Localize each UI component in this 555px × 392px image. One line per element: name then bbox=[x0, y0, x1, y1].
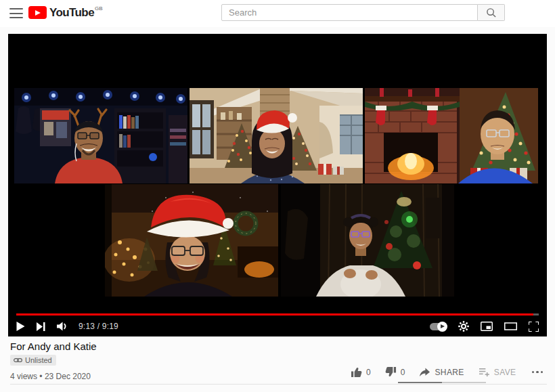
participant-tile-4 bbox=[105, 184, 278, 297]
like-count: 0 bbox=[366, 368, 371, 377]
youtube-play-icon bbox=[28, 6, 47, 19]
participant-tile-1 bbox=[14, 88, 187, 183]
participant-tile-3 bbox=[365, 88, 538, 183]
save-label: SAVE bbox=[494, 368, 516, 377]
gear-icon bbox=[458, 321, 469, 332]
search-input[interactable] bbox=[221, 4, 478, 21]
link-icon bbox=[14, 357, 22, 363]
theater-mode-icon bbox=[504, 322, 517, 331]
participant-santa-hat-home bbox=[190, 88, 363, 183]
next-button[interactable] bbox=[37, 322, 45, 331]
play-button[interactable] bbox=[16, 322, 25, 331]
volume-button[interactable] bbox=[57, 322, 67, 331]
more-actions-button[interactable] bbox=[531, 368, 545, 376]
participant-white-sweater bbox=[281, 184, 454, 297]
autoplay-toggle[interactable] bbox=[430, 323, 447, 330]
section-divider bbox=[10, 384, 547, 385]
unlisted-badge: Unlisted bbox=[10, 355, 56, 366]
next-icon bbox=[37, 322, 45, 331]
player-controls-right bbox=[430, 321, 539, 332]
participant-fireplace bbox=[365, 88, 538, 183]
like-dislike-ratio-bar bbox=[398, 382, 486, 383]
time-display: 9:13 / 9:19 bbox=[79, 322, 118, 331]
playlist-add-icon bbox=[479, 367, 490, 377]
play-icon bbox=[16, 322, 25, 331]
player-controls: 9:13 / 9:19 bbox=[16, 318, 539, 335]
save-button[interactable]: SAVE bbox=[479, 367, 516, 377]
video-title: For Andy and Katie bbox=[10, 341, 97, 352]
action-bar: 0 0 SHARE SAVE bbox=[351, 366, 544, 378]
settings-button[interactable] bbox=[458, 321, 469, 332]
youtube-watch-page: YouTube GB bbox=[0, 0, 555, 392]
theater-mode-button[interactable] bbox=[504, 322, 517, 331]
search-icon bbox=[486, 7, 497, 18]
badge-label: Unlisted bbox=[25, 356, 52, 364]
miniplayer-icon bbox=[481, 322, 493, 331]
logo-region-code: GB bbox=[95, 5, 103, 12]
participant-reindeer-antlers bbox=[14, 88, 187, 183]
participant-tile-2 bbox=[190, 88, 363, 183]
hamburger-icon bbox=[9, 8, 23, 9]
player-controls-left: 9:13 / 9:19 bbox=[16, 322, 118, 331]
video-player[interactable]: 9:13 / 9:19 bbox=[8, 34, 547, 336]
youtube-logo[interactable]: YouTube GB bbox=[28, 6, 103, 19]
logo-wordmark: YouTube bbox=[49, 6, 94, 19]
progress-bar[interactable] bbox=[16, 313, 539, 315]
share-button[interactable]: SHARE bbox=[419, 367, 464, 378]
thumb-up-icon bbox=[351, 366, 362, 378]
more-dots-icon bbox=[531, 368, 545, 376]
volume-icon bbox=[57, 322, 67, 331]
menu-button[interactable] bbox=[9, 8, 23, 18]
search-bar bbox=[221, 4, 505, 21]
fullscreen-button[interactable] bbox=[529, 322, 539, 332]
thumb-down-icon bbox=[385, 366, 397, 378]
share-arrow-icon bbox=[419, 367, 430, 378]
dislike-button[interactable]: 0 bbox=[385, 366, 405, 378]
share-label: SHARE bbox=[435, 368, 464, 377]
autoplay-toggle-icon bbox=[430, 323, 447, 330]
app-header: YouTube GB bbox=[0, 0, 555, 27]
miniplayer-button[interactable] bbox=[481, 322, 493, 331]
participant-big-santa-hat bbox=[105, 184, 278, 297]
fullscreen-icon bbox=[529, 322, 539, 332]
video-meta: 4 views • 23 Dec 2020 bbox=[10, 372, 91, 381]
participant-tile-5 bbox=[281, 184, 454, 297]
dislike-count: 0 bbox=[401, 368, 405, 377]
progress-played bbox=[16, 313, 533, 315]
search-button[interactable] bbox=[478, 4, 505, 21]
like-button[interactable]: 0 bbox=[351, 366, 371, 378]
